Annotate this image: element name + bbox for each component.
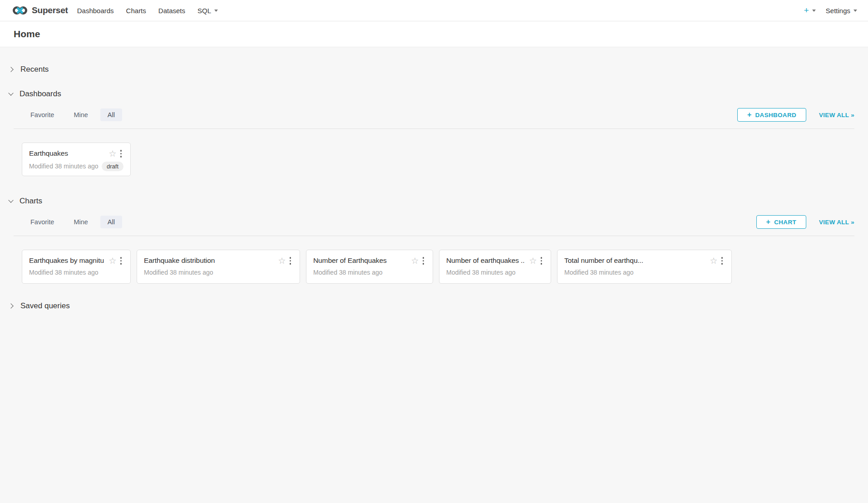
chevron-down-icon [812,10,816,12]
charts-actions: + CHART VIEW ALL » [756,215,854,229]
chevron-down-icon [8,197,13,202]
section-title: Recents [20,65,49,74]
card-title[interactable]: Earthquakes by magnitu... [29,256,104,265]
nav-item-sql[interactable]: SQL [197,7,218,15]
charts-cards-row: Earthquakes by magnitu... ☆ Modified 38 … [22,250,868,284]
chevron-down-icon [853,10,857,12]
nav-menu: Dashboards Charts Datasets SQL [77,7,218,15]
modified-label: Modified 38 minutes ago [564,269,634,276]
navbar-right: + Settings [804,5,861,15]
nav-item-charts[interactable]: Charts [126,7,146,15]
plus-icon: + [804,5,809,15]
section-title: Charts [20,197,42,206]
chart-card[interactable]: Earthquake distribution ☆ Modified 38 mi… [137,250,300,284]
chevron-right-icon [8,67,13,72]
brand-name: Superset [32,5,68,15]
section-dashboards: Dashboards Favorite Mine All + DASHBOARD… [0,89,868,176]
plus-icon: + [747,111,752,119]
tab-all[interactable]: All [100,108,122,121]
favorite-star-icon[interactable]: ☆ [529,256,537,265]
favorite-star-icon[interactable]: ☆ [108,149,116,158]
modified-label: Modified 38 minutes ago [29,163,99,170]
navbar: Superset Dashboards Charts Datasets SQL … [0,0,868,21]
dashboard-card-earthquakes[interactable]: Earthquakes ☆ Modified 38 minutes ago dr… [22,143,131,176]
divider [14,236,854,236]
divider [14,128,854,129]
charts-view-all-link[interactable]: VIEW ALL » [819,219,854,226]
page-title: Home [14,29,40,39]
superset-logo[interactable]: Superset [12,5,68,16]
modified-label: Modified 38 minutes ago [313,269,383,276]
favorite-star-icon[interactable]: ☆ [108,256,116,265]
section-recents-header[interactable]: Recents [0,64,868,74]
section-title: Dashboards [20,89,61,99]
chart-card[interactable]: Total number of earthqu... ☆ Modified 38… [557,250,732,284]
dashboards-actions: + DASHBOARD VIEW ALL » [737,108,854,122]
tab-all[interactable]: All [100,216,122,228]
chevron-right-icon [8,303,13,308]
more-options-icon[interactable] [720,256,725,266]
more-options-icon[interactable] [421,256,426,266]
more-options-icon[interactable] [539,256,544,266]
favorite-star-icon[interactable]: ☆ [710,256,717,265]
chevron-down-icon [8,90,13,95]
section-title: Saved queries [20,301,70,311]
nav-item-datasets[interactable]: Datasets [158,7,185,15]
dashboards-submenu: Favorite Mine All + DASHBOARD VIEW ALL » [0,108,868,122]
card-title[interactable]: Total number of earthqu... [564,256,705,265]
modified-label: Modified 38 minutes ago [446,269,516,276]
dashboards-tabs: Favorite Mine All [23,108,122,121]
tab-favorite[interactable]: Favorite [23,108,61,121]
dashboards-view-all-link[interactable]: VIEW ALL » [819,112,854,118]
page-header: Home [0,21,868,47]
modified-label: Modified 38 minutes ago [29,269,99,276]
chart-card[interactable]: Number of earthquakes ... ☆ Modified 38 … [439,250,551,284]
section-saved-queries-header[interactable]: Saved queries [0,301,868,311]
tab-mine[interactable]: Mine [66,108,95,121]
main-content: Recents Dashboards Favorite Mine All + D… [0,47,868,503]
more-options-icon[interactable] [118,149,124,158]
card-title[interactable]: Earthquake distribution [144,256,273,265]
chart-card[interactable]: Number of Earthquakes ☆ Modified 38 minu… [306,250,433,284]
section-charts-header[interactable]: Charts [0,196,868,206]
plus-icon: + [766,218,771,226]
tab-favorite[interactable]: Favorite [23,216,61,228]
chevron-down-icon [214,10,218,12]
card-title[interactable]: Earthquakes [29,149,104,158]
settings-menu[interactable]: Settings [826,7,857,15]
more-options-icon[interactable] [288,256,293,266]
more-options-icon[interactable] [118,256,124,266]
section-charts: Charts Favorite Mine All + CHART VIEW AL… [0,196,868,284]
card-title[interactable]: Number of Earthquakes [313,256,406,265]
charts-tabs: Favorite Mine All [23,216,122,228]
modified-label: Modified 38 minutes ago [144,269,213,276]
card-title[interactable]: Number of earthquakes ... [446,256,524,265]
infinity-logo-icon [12,5,28,16]
chart-card[interactable]: Earthquakes by magnitu... ☆ Modified 38 … [22,250,131,284]
add-chart-button[interactable]: + CHART [756,215,806,229]
draft-status-badge: draft [102,162,123,171]
charts-submenu: Favorite Mine All + CHART VIEW ALL » [0,215,868,229]
favorite-star-icon[interactable]: ☆ [278,256,286,265]
section-dashboards-header[interactable]: Dashboards [0,89,868,99]
new-item-button[interactable]: + [804,5,816,15]
tab-mine[interactable]: Mine [66,216,95,228]
favorite-star-icon[interactable]: ☆ [411,256,419,265]
dashboards-cards-row: Earthquakes ☆ Modified 38 minutes ago dr… [22,143,868,176]
nav-item-dashboards[interactable]: Dashboards [77,7,114,15]
add-dashboard-button[interactable]: + DASHBOARD [737,108,806,122]
